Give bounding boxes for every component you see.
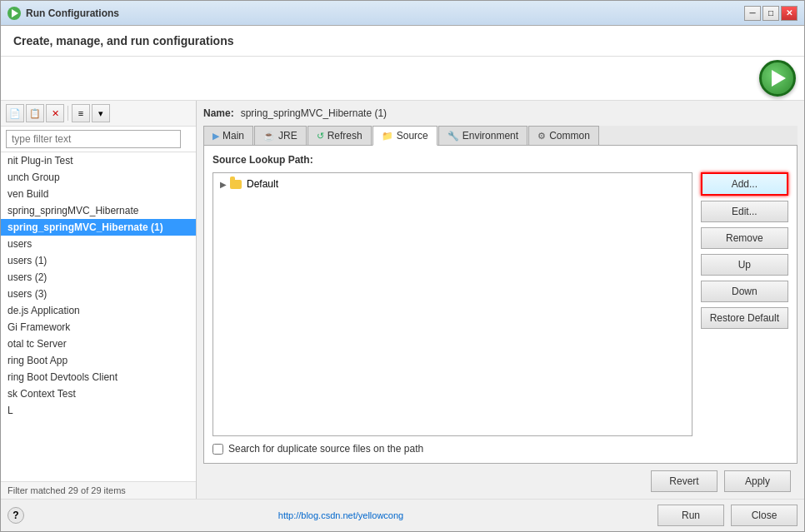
right-panel: Name: spring_springMVC_Hibernate (1) ▶ M…: [197, 101, 804, 499]
list-item[interactable]: users (3): [1, 286, 196, 302]
tab-env-label: Environment: [462, 130, 518, 142]
list-item[interactable]: users (1): [1, 252, 196, 269]
tab-source[interactable]: 📁 Source: [372, 126, 438, 146]
footer-close-button[interactable]: Close: [731, 505, 798, 526]
checkbox-row: Search for duplicate source files on the…: [212, 443, 788, 455]
up-button[interactable]: Up: [701, 254, 788, 276]
list-item[interactable]: L: [1, 402, 196, 419]
folder-icon: [230, 180, 242, 189]
toolbar-separator: [68, 106, 68, 121]
tab-common-label: Common: [549, 130, 590, 142]
common-icon: ⚙: [538, 131, 546, 142]
source-content: ▶ Default Add... Edit... Remove Up Down …: [212, 172, 788, 436]
filter-status: Filter matched 29 of 29 items: [1, 481, 196, 499]
source-section-title: Source Lookup Path:: [212, 154, 788, 166]
tab-jre-label: JRE: [278, 130, 298, 142]
env-icon: 🔧: [448, 131, 459, 142]
list-item[interactable]: nit Plug-in Test: [1, 152, 196, 169]
filter-button[interactable]: ≡: [72, 104, 90, 122]
duplicate-button[interactable]: 📋: [26, 104, 44, 122]
list-item[interactable]: de.js Application: [1, 302, 196, 319]
list-item[interactable]: users (2): [1, 269, 196, 286]
minimize-button[interactable]: ─: [744, 6, 761, 21]
list-item[interactable]: Gi Framework: [1, 319, 196, 336]
restore-default-button[interactable]: Restore Default: [701, 307, 788, 329]
more-button[interactable]: ▾: [92, 104, 110, 122]
source-tree: ▶ Default: [212, 172, 692, 436]
window-title: Run Configurations: [26, 7, 119, 19]
list-item[interactable]: ring Boot Devtools Client: [1, 369, 196, 385]
bottom-bar-right: Revert Apply: [651, 470, 791, 492]
tab-main-label: Main: [222, 130, 244, 142]
list-item[interactable]: spring_springMVC_Hibernate: [1, 202, 196, 219]
config-tree-list: nit Plug-in Test unch Group ven Build sp…: [1, 152, 196, 481]
add-button[interactable]: Add...: [701, 172, 788, 196]
window-header: Create, manage, and run configurations: [1, 26, 804, 57]
apply-button[interactable]: Apply: [724, 470, 791, 492]
name-label: Name:: [203, 107, 234, 119]
window-header-title: Create, manage, and run configurations: [13, 34, 792, 47]
title-bar-left: Run Configurations: [8, 7, 119, 20]
remove-button[interactable]: Remove: [701, 227, 788, 249]
new-config-button[interactable]: 📄: [6, 104, 24, 122]
duplicate-source-label: Search for duplicate source files on the…: [228, 443, 423, 455]
source-tree-item: ▶ Default: [217, 177, 688, 191]
tab-jre[interactable]: ☕ JRE: [254, 126, 307, 145]
list-item[interactable]: sk Context Test: [1, 385, 196, 402]
maximize-button[interactable]: □: [762, 6, 779, 21]
jre-icon: ☕: [263, 131, 275, 142]
left-panel: 📄 📋 ✕ ≡ ▾ nit Plug-in Test unch Group ve…: [1, 101, 197, 499]
name-row: Name: spring_springMVC_Hibernate (1): [203, 107, 798, 119]
duplicate-source-checkbox[interactable]: [212, 444, 223, 455]
title-bar-controls: ─ □ ✕: [744, 6, 798, 21]
tab-refresh-label: Refresh: [328, 130, 362, 142]
filter-row: [1, 127, 196, 152]
run-configurations-window: Run Configurations ─ □ ✕ Create, manage,…: [0, 0, 805, 532]
tab-bar: ▶ Main ☕ JRE ↺ Refresh 📁 Source 🔧 En: [203, 126, 798, 146]
list-item[interactable]: users: [1, 236, 196, 252]
edit-button[interactable]: Edit...: [701, 201, 788, 222]
source-icon: 📁: [382, 131, 393, 142]
title-bar: Run Configurations ─ □ ✕: [1, 1, 804, 26]
source-buttons: Add... Edit... Remove Up Down Restore De…: [701, 172, 788, 436]
list-item[interactable]: otal tc Server: [1, 336, 196, 352]
filter-input[interactable]: [6, 130, 181, 148]
list-item-selected[interactable]: spring_springMVC_Hibernate (1): [1, 219, 196, 236]
tab-main[interactable]: ▶ Main: [203, 126, 253, 145]
close-button[interactable]: ✕: [781, 6, 798, 21]
help-button[interactable]: ?: [8, 507, 24, 524]
refresh-icon: ↺: [317, 131, 324, 142]
footer-buttons: Run Close: [658, 505, 798, 526]
tab-source-label: Source: [397, 130, 428, 142]
run-button-icon[interactable]: [759, 60, 796, 97]
list-item[interactable]: ven Build: [1, 186, 196, 202]
left-toolbar: 📄 📋 ✕ ≡ ▾: [1, 101, 196, 127]
revert-button[interactable]: Revert: [651, 470, 718, 492]
main-icon: ▶: [212, 131, 219, 142]
tab-common[interactable]: ⚙ Common: [528, 126, 599, 145]
bottom-action-bar: Revert Apply: [203, 464, 798, 492]
tab-environment[interactable]: 🔧 Environment: [438, 126, 528, 145]
window-body: 📄 📋 ✕ ≡ ▾ nit Plug-in Test unch Group ve…: [1, 101, 804, 499]
list-item[interactable]: unch Group: [1, 169, 196, 186]
window-footer: ? http://blog.csdn.net/yellowcong Run Cl…: [1, 499, 804, 531]
down-button[interactable]: Down: [701, 281, 788, 302]
tab-refresh[interactable]: ↺ Refresh: [308, 126, 372, 145]
window-icon: [8, 7, 21, 20]
list-item[interactable]: ring Boot App: [1, 352, 196, 369]
footer-url: http://blog.csdn.net/yellowcong: [278, 510, 403, 520]
source-item-default: Default: [247, 178, 278, 190]
run-button[interactable]: Run: [658, 505, 724, 526]
delete-button[interactable]: ✕: [46, 104, 64, 122]
name-value: spring_springMVC_Hibernate (1): [241, 107, 387, 119]
tab-content: Source Lookup Path: ▶ Default Add... Edi…: [203, 146, 798, 464]
chevron-icon: ▶: [220, 180, 227, 189]
